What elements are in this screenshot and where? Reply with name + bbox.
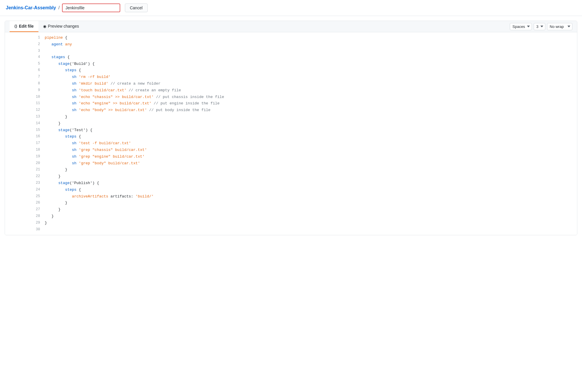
- line-number: 6: [10, 67, 43, 74]
- line-content: stage('Test') {: [43, 127, 572, 134]
- line-content: }: [43, 114, 572, 120]
- line-number: 2: [10, 41, 43, 48]
- line-content: steps {: [43, 67, 572, 74]
- line-content: [43, 48, 572, 54]
- line-number: 22: [10, 173, 43, 180]
- line-content: archiveArtifacts artifacts: 'build/': [43, 193, 572, 200]
- line-number: 8: [10, 81, 43, 87]
- table-row: 14 }: [10, 120, 572, 127]
- line-number: 10: [10, 94, 43, 101]
- line-content: agent any: [43, 41, 572, 48]
- line-number: 9: [10, 87, 43, 94]
- code-editor: 1pipeline {2 agent any34 stages {5 stage…: [10, 35, 572, 233]
- line-number: 18: [10, 147, 43, 154]
- line-number: 16: [10, 133, 43, 140]
- line-number: 20: [10, 160, 43, 167]
- table-row: 9 sh 'touch build/car.txt' // create an …: [10, 87, 572, 94]
- table-row: 26 }: [10, 200, 572, 206]
- editor-tabs: ⟨⟩ Edit file ◉ Preview changes: [10, 21, 84, 32]
- line-number: 14: [10, 120, 43, 127]
- editor-controls: Spaces Tabs 2 3 4 8 No wrap Soft wrap: [510, 23, 572, 30]
- line-number: 28: [10, 213, 43, 220]
- line-content: pipeline {: [43, 35, 572, 41]
- table-row: 17 sh 'test -f build/car.txt': [10, 140, 572, 147]
- line-content: }: [43, 167, 572, 173]
- line-content: }: [43, 206, 572, 213]
- table-row: 3: [10, 48, 572, 54]
- line-content: }: [43, 173, 572, 180]
- line-content: stages {: [43, 54, 572, 61]
- line-content: sh 'echo "body" >> build/car.txt' // put…: [43, 107, 572, 114]
- line-number: 27: [10, 206, 43, 213]
- line-number: 30: [10, 227, 43, 233]
- line-content: }: [43, 120, 572, 127]
- edit-tab-label: Edit file: [19, 24, 34, 28]
- table-row: 22 }: [10, 173, 572, 180]
- line-content: sh 'grep "engine" build/car.txt': [43, 154, 572, 160]
- editor-toolbar: ⟨⟩ Edit file ◉ Preview changes Spaces Ta…: [5, 21, 577, 32]
- line-number: 15: [10, 127, 43, 134]
- table-row: 12 sh 'echo "body" >> build/car.txt' // …: [10, 107, 572, 114]
- line-content: }: [43, 200, 572, 206]
- table-row: 25 archiveArtifacts artifacts: 'build/': [10, 193, 572, 200]
- line-content: sh 'echo "engine" >> build/car.txt' // p…: [43, 100, 572, 107]
- table-row: 28 }: [10, 213, 572, 220]
- line-content: }: [43, 220, 572, 227]
- line-number: 4: [10, 54, 43, 61]
- editor-area[interactable]: 1pipeline {2 agent any34 stages {5 stage…: [5, 32, 577, 235]
- table-row: 10 sh 'echo "chassis" >> build/car.txt' …: [10, 94, 572, 101]
- line-number: 7: [10, 74, 43, 81]
- table-row: 5 stage('Build') {: [10, 61, 572, 67]
- table-row: 15 stage('Test') {: [10, 127, 572, 134]
- indent-select[interactable]: 2 3 4 8: [534, 23, 545, 30]
- line-number: 11: [10, 100, 43, 107]
- line-number: 17: [10, 140, 43, 147]
- table-row: 13 }: [10, 114, 572, 120]
- table-row: 7 sh 'rm -rf build': [10, 74, 572, 81]
- line-number: 5: [10, 61, 43, 67]
- table-row: 21 }: [10, 167, 572, 173]
- line-number: 13: [10, 114, 43, 120]
- table-row: 29}: [10, 220, 572, 227]
- table-row: 20 sh 'grep "body" build/car.txt': [10, 160, 572, 167]
- line-content: [43, 227, 572, 233]
- wrap-select[interactable]: No wrap Soft wrap: [547, 23, 572, 30]
- line-content: stage('Build') {: [43, 61, 572, 67]
- line-number: 25: [10, 193, 43, 200]
- editor-wrapper: ⟨⟩ Edit file ◉ Preview changes Spaces Ta…: [5, 21, 577, 235]
- line-number: 19: [10, 154, 43, 160]
- table-row: 6 steps {: [10, 67, 572, 74]
- line-content: sh 'test -f build/car.txt': [43, 140, 572, 147]
- line-content: stage('Publish') {: [43, 180, 572, 187]
- edit-file-icon: ⟨⟩: [14, 24, 17, 28]
- line-number: 12: [10, 107, 43, 114]
- line-number: 3: [10, 48, 43, 54]
- table-row: 4 stages {: [10, 54, 572, 61]
- table-row: 8 sh 'mkdir build' // create a new folde…: [10, 81, 572, 87]
- cancel-button[interactable]: Cancel: [125, 3, 148, 12]
- table-row: 23 stage('Publish') {: [10, 180, 572, 187]
- line-number: 29: [10, 220, 43, 227]
- tab-edit-file[interactable]: ⟨⟩ Edit file: [10, 21, 38, 32]
- repo-breadcrumb[interactable]: Jenkins-Car-Assembly: [6, 5, 56, 10]
- line-number: 21: [10, 167, 43, 173]
- table-row: 18 sh 'grep "chassis" build/car.txt': [10, 147, 572, 154]
- line-content: sh 'echo "chassis" >> build/car.txt' // …: [43, 94, 572, 101]
- table-row: 19 sh 'grep "engine" build/car.txt': [10, 154, 572, 160]
- line-content: sh 'grep "body" build/car.txt': [43, 160, 572, 167]
- table-row: 16 steps {: [10, 133, 572, 140]
- table-row: 1pipeline {: [10, 35, 572, 41]
- line-number: 1: [10, 35, 43, 41]
- line-content: sh 'rm -rf build': [43, 74, 572, 81]
- table-row: 11 sh 'echo "engine" >> build/car.txt' /…: [10, 100, 572, 107]
- line-content: steps {: [43, 133, 572, 140]
- spaces-select[interactable]: Spaces Tabs: [510, 23, 532, 30]
- tab-preview-changes[interactable]: ◉ Preview changes: [38, 21, 84, 32]
- code-container: 1pipeline {2 agent any34 stages {5 stage…: [10, 35, 572, 233]
- preview-icon: ◉: [43, 24, 46, 28]
- table-row: 2 agent any: [10, 41, 572, 48]
- line-number: 26: [10, 200, 43, 206]
- breadcrumb-separator: /: [59, 5, 60, 10]
- line-content: steps {: [43, 187, 572, 193]
- filename-input[interactable]: [62, 3, 120, 12]
